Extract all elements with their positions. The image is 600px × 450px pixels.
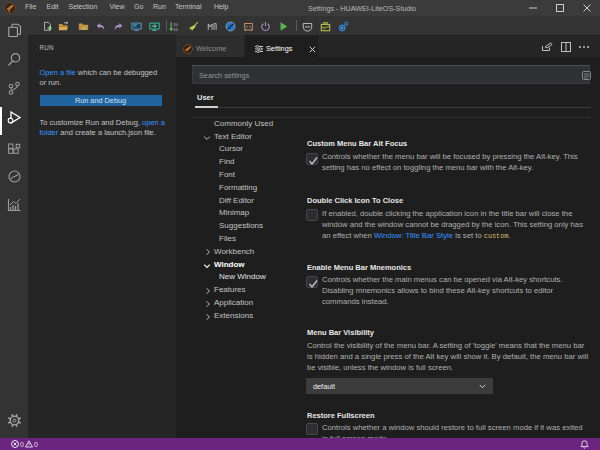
svg-text:01: 01	[173, 27, 178, 32]
